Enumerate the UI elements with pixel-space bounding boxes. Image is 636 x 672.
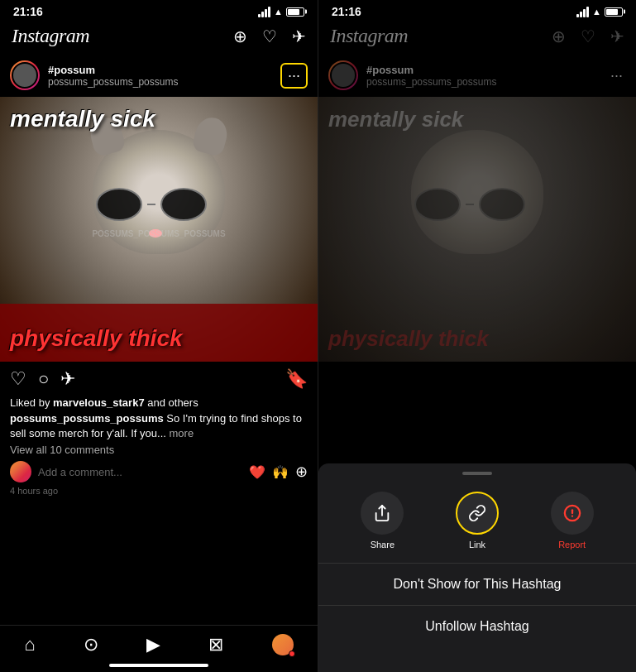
unfollow-hashtag-button[interactable]: Unfollow Hashtag [318,606,636,647]
possum-credit: POSSUMS_POSSUMS_POSSUMS [0,229,318,238]
avatar-left[interactable] [10,60,40,90]
post-username-right: #possum [366,64,607,76]
comment-icon[interactable]: ○ [38,368,49,390]
nav-profile[interactable] [272,634,294,655]
more-button-right: ··· [607,64,626,88]
add-icon-right: ⊕ [552,26,566,46]
status-bar-left: 21:16 ▲ [0,0,318,22]
wifi-icon-right: ▲ [592,7,601,17]
ig-header-left: Instagram ⊕ ♡ ✈ [0,22,318,54]
comment-emojis: ❤️ 🙌 ⊕ [249,463,308,481]
liked-by: Liked by marvelous_stark7 and others [10,396,308,409]
messenger-icon[interactable]: ✈ [292,26,306,46]
link-icon-circle [456,492,499,535]
signal-icon-right [576,7,589,17]
instagram-logo-left: Instagram [12,25,89,47]
nav-search[interactable]: ⊙ [84,634,98,655]
post-header-right: #possum possums_possums_possums ··· [318,54,636,97]
bookmark-icon[interactable]: 🔖 [285,368,308,390]
report-label: Report [558,540,586,550]
time-ago: 4 hours ago [10,486,308,496]
share-icon[interactable]: ✈ [60,368,75,390]
possum-bg: mentally sick POSSUMS_POSSUMS_POSSUMS ph… [0,97,318,362]
view-comments[interactable]: View all 10 comments [10,444,308,456]
instagram-logo-right: Instagram [330,25,408,47]
post-user-info-right: #possum possums_possums_possums [366,64,607,88]
messenger-icon-right: ✈ [610,26,624,46]
share-icon-circle [361,492,404,535]
sheet-actions: Share Link [318,487,636,564]
battery-icon-right [605,7,623,17]
post-username-left: #possum [48,64,280,76]
post-header-left: #possum possums_possums_possums ··· [0,54,318,97]
post-image-right: mentally sick physically thick [318,97,636,362]
header-icons-right: ⊕ ♡ ✈ [552,26,624,46]
post-subname-left: possums_possums_possums [48,76,280,88]
report-icon-circle [551,492,594,535]
share-label: Share [371,540,395,550]
status-icons-right: ▲ [576,7,623,17]
sheet-share-button[interactable]: Share [361,492,404,550]
nav-home[interactable]: ⌂ [24,634,35,655]
comment-input[interactable]: Add a comment... [38,466,242,478]
post-user-info-left: #possum possums_possums_possums [48,64,280,88]
overlay-dark [318,97,636,362]
more-button-left[interactable]: ··· [280,63,308,89]
battery-icon [286,7,304,17]
post-image-left: mentally sick POSSUMS_POSSUMS_POSSUMS ph… [0,97,318,362]
heart-icon[interactable]: ♡ [262,26,277,46]
left-phone-panel: 21:16 ▲ Instagram ⊕ ♡ ✈ #possum [0,0,318,672]
like-icon[interactable]: ♡ [10,368,26,390]
text-overlay-top-left: mentally sick [10,107,308,132]
sheet-handle [462,472,492,475]
caption: possums_possums_possums So I'm trying to… [10,411,308,441]
wifi-icon: ▲ [274,7,283,17]
add-comment-row: Add a comment... ❤️ 🙌 ⊕ [10,461,308,482]
home-indicator-left [109,664,208,667]
header-icons-left: ⊕ ♡ ✈ [233,26,306,46]
link-label: Link [469,540,485,550]
post-info-left: Liked by marvelous_stark7 and others pos… [0,396,318,506]
text-overlay-bottom-left: physically thick [10,326,308,352]
status-icons-left: ▲ [258,7,304,17]
nav-reels[interactable]: ▶ [146,634,160,655]
sheet-link-button[interactable]: Link [456,492,499,550]
caption-more[interactable]: more [170,427,194,439]
dont-show-hashtag-button[interactable]: Don't Show for This Hashtag [318,564,636,606]
ig-header-right: Instagram ⊕ ♡ ✈ [318,22,636,54]
heart-icon-right: ♡ [581,26,595,46]
time-left: 21:16 [13,5,43,18]
comment-avatar [10,461,31,482]
sheet-report-button[interactable]: Report [551,492,594,550]
nav-shop[interactable]: ⊠ [208,634,223,655]
action-icons-left: ♡ ○ ✈ [10,368,285,390]
status-bar-right: 21:16 ▲ [318,0,636,22]
post-subname-right: possums_possums_possums [366,76,607,88]
add-icon[interactable]: ⊕ [233,26,247,46]
signal-icon [258,7,270,17]
avatar-right [328,60,358,90]
time-right: 21:16 [332,5,361,18]
bottom-sheet: Share Link [318,463,636,672]
post-actions-left: ♡ ○ ✈ 🔖 [0,362,318,396]
right-phone-panel: 21:16 ▲ Instagram ⊕ ♡ ✈ #possum [318,0,636,672]
